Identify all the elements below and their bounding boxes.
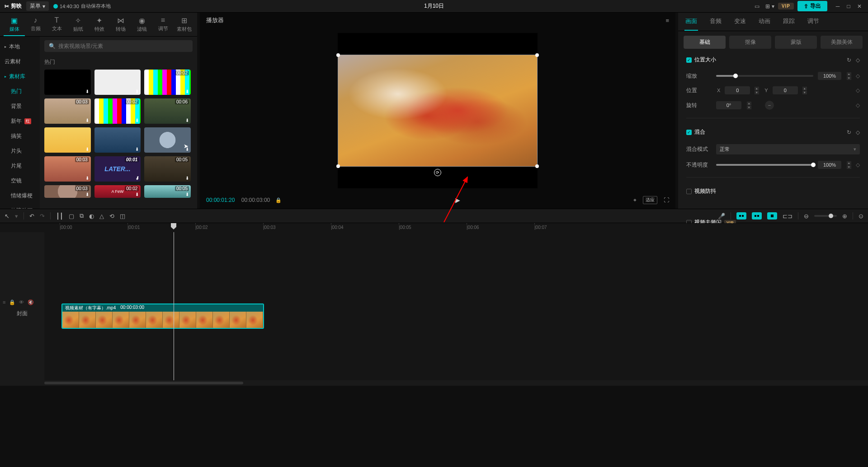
timeline-tracks[interactable]: ≡ 🔒 👁 🔇 封面 视频素材（有字幕）.mp4 00:00:03:00 [0,232,868,380]
crop-tool[interactable]: ◫ [120,213,125,219]
track-mute-icon[interactable]: 🔇 [28,299,34,305]
sidebar-item-11[interactable]: 故障动画 [0,203,40,209]
layout2-icon[interactable]: ⊞ ▾ [765,2,774,11]
sidebar-item-8[interactable]: 片尾 [0,159,40,173]
download-icon[interactable]: ⬇ [185,192,189,197]
vip-badge[interactable]: VIP [778,3,794,9]
media-clip-1[interactable]: ⬇ [94,70,141,95]
download-icon[interactable]: ⬇ [85,89,89,94]
download-icon[interactable]: ⬇ [185,147,189,152]
prop-tab-3[interactable]: 动画 [758,13,771,31]
download-icon[interactable]: ⬇ [135,192,139,197]
fullscreen-icon[interactable]: ⛶ [664,197,669,203]
sidebar-item-4[interactable]: 背景 [0,99,40,114]
media-tab-5[interactable]: ⋈转场 [110,14,131,36]
timecode-lock-icon[interactable]: 🔒 [275,197,282,203]
download-icon[interactable]: ⬇ [185,176,189,181]
download-icon[interactable]: ⬇ [185,118,189,123]
prop-subtab-1[interactable]: 抠像 [729,36,771,49]
media-tab-2[interactable]: T文本 [46,14,67,36]
resize-handle-br[interactable] [535,164,539,168]
sidebar-item-2[interactable]: ▸素材库 [0,69,40,84]
aspect-ratio-button[interactable]: 适应 [643,196,657,204]
redo-button[interactable]: ↷ [40,213,45,219]
download-icon[interactable]: ⬇ [135,147,139,152]
mic-icon[interactable]: 🎤 [718,213,725,219]
pos-y-input[interactable]: 0 [773,86,798,94]
media-tab-1[interactable]: ♪音频 [25,14,46,36]
position-keyframe-icon[interactable]: ◇ [856,87,860,93]
track-lock-icon[interactable]: 🔒 [9,299,15,305]
sidebar-item-5[interactable]: 新年红 [0,114,40,129]
scale-slider[interactable] [716,75,813,77]
prop-subtab-2[interactable]: 蒙版 [775,36,817,49]
player-menu-icon[interactable]: ≡ [665,17,669,24]
video-selection-frame[interactable]: ⟳ [338,55,538,167]
blend-reset-icon[interactable]: ↻ [847,129,851,135]
media-tab-8[interactable]: ⊞素材包 [174,14,195,36]
sidebar-item-0[interactable]: ▸本地 [0,39,40,54]
prop-tab-1[interactable]: 音频 [709,13,722,31]
resize-handle-bl[interactable] [336,164,340,168]
mirror-tool[interactable]: △ [99,213,104,219]
layout1-icon[interactable]: ▭ [753,2,762,11]
select-tool[interactable]: ↖ [5,213,9,219]
media-tab-3[interactable]: ✧贴纸 [67,14,89,36]
media-search[interactable]: 🔍 [44,40,193,52]
delete-tool[interactable]: ▢ [69,213,74,219]
link-toggle[interactable]: ⊏⊐ [783,213,793,219]
blend-keyframe-icon[interactable]: ◇ [856,129,860,135]
opacity-value[interactable]: 100% [818,161,841,169]
select-dropdown[interactable]: ▾ [15,213,18,219]
media-clip-5[interactable]: 00:06⬇ [144,98,191,124]
media-clip-3[interactable]: 00:03⬇ [44,98,91,124]
media-clip-12[interactable]: 00:03⬇ [44,185,91,198]
pos-x-input[interactable]: 0 [725,86,750,94]
media-clip-14[interactable]: 00:05⬇ [144,185,191,198]
media-clip-9[interactable]: 00:03⬇ [44,156,91,182]
playhead-handle[interactable] [171,223,176,229]
download-icon[interactable]: ⬇ [135,118,139,123]
prop-subtab-3[interactable]: 美颜美体 [821,36,863,49]
prop-tab-5[interactable]: 调节 [807,13,820,31]
media-clip-8[interactable]: ⬇ [144,127,191,153]
download-icon[interactable]: ⬇ [85,147,89,152]
keyframe-icon[interactable]: ◇ [856,57,860,63]
scale-keyframe-icon[interactable]: ◇ [856,73,860,79]
snap-toggle-3[interactable] [767,212,777,219]
media-clip-11[interactable]: 00:05⬇ [144,156,191,182]
snap-toggle-1[interactable] [736,212,746,219]
media-tab-6[interactable]: ◉滤镜 [131,14,152,36]
speed-tool[interactable]: ◐ [89,213,94,219]
play-button[interactable]: ▶ [455,196,460,204]
position-checkbox[interactable]: ✓ [686,57,692,63]
download-icon[interactable]: ⬇ [85,192,89,197]
reset-icon[interactable]: ↻ [847,57,851,63]
prop-subtab-0[interactable]: 基础 [684,36,726,49]
player-canvas[interactable]: ⟳ [338,33,538,188]
scale-value[interactable]: 100% [818,72,841,80]
opacity-slider[interactable] [716,164,813,166]
prop-tab-4[interactable]: 跟踪 [782,13,796,31]
timeline-clip[interactable]: 视频素材（有字幕）.mp4 00:00:03:00 [61,304,264,329]
cover-button[interactable]: 封面 [0,306,44,321]
media-clip-7[interactable]: ⬇ [94,127,141,153]
media-clip-10[interactable]: LATER...00:01⬇ [94,156,141,182]
sidebar-item-3[interactable]: 热门 [0,84,40,99]
media-clip-4[interactable]: 00:02⬇ [94,98,141,124]
scale-up[interactable]: ▴ [847,72,851,76]
resize-handle-tl[interactable] [336,53,340,57]
download-icon[interactable]: ⬇ [135,89,139,94]
split-tool[interactable]: ┃┃ [56,213,63,219]
opacity-keyframe-icon[interactable]: ◇ [856,162,860,168]
resize-handle-tr[interactable] [535,53,539,57]
undo-button[interactable]: ↶ [29,213,34,219]
rotate-step-icon[interactable]: − [765,101,774,110]
media-clip-0[interactable]: ⬇ [44,70,91,95]
track-menu-icon[interactable]: ≡ [3,299,5,305]
snap-toggle-2[interactable] [752,212,762,219]
playhead-line[interactable] [174,232,174,380]
download-icon[interactable]: ⬇ [85,118,89,123]
zoom-slider[interactable] [814,215,837,217]
sidebar-item-10[interactable]: 情绪爆梗 [0,188,40,203]
